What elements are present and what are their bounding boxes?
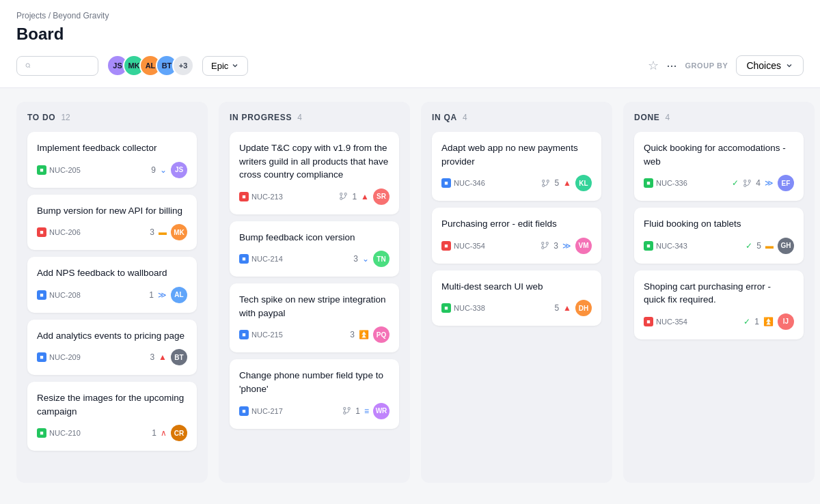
column-title: IN PROGRESS: [230, 113, 292, 122]
meta-count: 5: [554, 178, 559, 188]
card[interactable]: Adapt web app no new payments provider ■…: [432, 132, 601, 201]
check-icon: ✓: [732, 178, 739, 188]
ticket-icon: ■: [239, 406, 249, 416]
card-footer: ■ NUC-213 1 ▲ SR: [239, 188, 390, 205]
page-title: Board: [16, 25, 804, 44]
card-footer: ■ NUC-338 5 ▲ DH: [441, 300, 592, 316]
card-meta: 3 ▲ BT: [150, 349, 187, 365]
star-button[interactable]: ☆: [648, 58, 659, 73]
card-avatar: MK: [171, 224, 187, 240]
card[interactable]: Bump version for new API for billing ■ N…: [27, 195, 197, 251]
svg-point-15: [748, 180, 750, 182]
column-header: IN QA 4: [432, 113, 601, 122]
choices-button[interactable]: Choices: [736, 55, 804, 76]
card-title: Fluid booking on tablets: [644, 217, 794, 231]
card-title: Bump version for new API for billing: [37, 204, 187, 218]
ticket-icon: ■: [37, 428, 46, 438]
ticket-icon: ■: [644, 317, 653, 326]
card-avatar: CR: [171, 425, 187, 441]
card-footer: ■ NUC-206 3 ▬ MK: [37, 224, 187, 240]
card-footer: ■ NUC-354 3 ≫ VM: [441, 238, 592, 254]
svg-point-3: [345, 193, 347, 195]
card[interactable]: Add NPS feedback to wallboard ■ NUC-208 …: [27, 257, 197, 313]
ticket-id: ■ NUC-343: [644, 241, 687, 251]
card-title: Change phone number field type to 'phone…: [239, 369, 390, 395]
header-right: ☆ ··· GROUP BY Choices: [648, 55, 804, 76]
chevron-down-icon: [785, 61, 793, 70]
column-header: TO DO 12: [27, 113, 197, 122]
card[interactable]: Shoping cart purchasing error - quick fi…: [634, 270, 804, 339]
card-footer: ■ NUC-209 3 ▲ BT: [37, 349, 187, 365]
branch-icon: [342, 406, 351, 415]
card[interactable]: Bump feedback icon version ■ NUC-214 3 ⌄…: [230, 221, 399, 277]
check-icon: ✓: [743, 317, 750, 326]
search-input[interactable]: [35, 61, 90, 71]
card-title: Bump feedback icon version: [239, 231, 390, 244]
branch-icon: [541, 241, 549, 250]
svg-point-10: [542, 247, 544, 249]
search-box[interactable]: [16, 56, 98, 76]
card-avatar: TN: [373, 251, 390, 267]
meta-count: 4: [756, 178, 761, 188]
svg-point-6: [348, 408, 350, 410]
card-avatar: EF: [778, 175, 794, 191]
more-button[interactable]: ···: [667, 59, 677, 73]
ticket-id: ■ NUC-209: [37, 352, 81, 362]
card[interactable]: Multi-dest search UI web ■ NUC-338 5 ▲ D…: [432, 270, 601, 326]
svg-point-5: [344, 408, 346, 410]
card-meta: ✓ 4 ≫ EF: [732, 175, 794, 191]
card-avatar: DH: [575, 300, 592, 316]
ticket-id: ■ NUC-206: [37, 227, 81, 237]
column-count: 12: [61, 113, 70, 122]
ticket-id: ■ NUC-208: [37, 290, 81, 300]
epic-label: Epic: [211, 61, 228, 71]
ticket-icon: ■: [37, 227, 46, 237]
card[interactable]: Change phone number field type to 'phone…: [230, 359, 399, 428]
ticket-id: ■ NUC-215: [239, 330, 283, 339]
card-footer: ■ NUC-214 3 ⌄ TN: [239, 251, 390, 267]
branch-icon: [541, 179, 550, 188]
branch-icon: [339, 192, 348, 201]
card[interactable]: Purchasing error - edit fields ■ NUC-354…: [432, 208, 601, 264]
card-title: Add analytics events to pricing page: [37, 329, 187, 343]
ticket-icon: ■: [37, 352, 46, 362]
card[interactable]: Add analytics events to pricing page ■ N…: [27, 320, 197, 376]
card-meta: 3 ≫ VM: [541, 238, 592, 254]
breadcrumb: Projects / Beyond Gravity: [16, 11, 804, 20]
card-title: Implement feedback collector: [37, 141, 187, 155]
column-header: IN PROGRESS 4: [230, 113, 399, 122]
card[interactable]: Tech spike on new stripe integration wit…: [230, 283, 399, 352]
meta-count: 9: [151, 165, 156, 175]
card[interactable]: Fluid booking on tablets ■ NUC-343 ✓ 5 ▬…: [634, 208, 804, 264]
card-avatar: SR: [373, 188, 390, 205]
card-meta: 3 ⏫ PQ: [350, 326, 390, 343]
branch-icon: [743, 179, 752, 188]
group-by-label: GROUP BY: [685, 61, 728, 70]
ticket-id: ■ NUC-217: [239, 406, 283, 416]
card-title: Quick booking for accomodations - web: [644, 141, 794, 168]
epic-filter-button[interactable]: Epic: [202, 56, 248, 76]
card-avatar: VM: [575, 238, 592, 254]
card-footer: ■ NUC-210 1 ∧ CR: [37, 425, 187, 441]
svg-point-2: [340, 193, 342, 195]
column-inprogress: IN PROGRESS 4 Update T&C copy with v1.9 …: [219, 102, 410, 483]
card[interactable]: Update T&C copy with v1.9 from the write…: [230, 132, 399, 214]
chevron-down-icon: [231, 61, 239, 70]
svg-point-9: [547, 180, 549, 182]
ticket-icon: ■: [37, 165, 46, 175]
card-footer: ■ NUC-215 3 ⏫ PQ: [239, 326, 390, 343]
meta-count: 5: [554, 303, 559, 313]
column-count: 4: [463, 113, 467, 122]
meta-count: 3: [554, 241, 558, 251]
ticket-icon: ■: [239, 330, 249, 339]
card-meta: 9 ⌄ JS: [151, 162, 187, 178]
card[interactable]: Resize the images for the upcoming campa…: [27, 382, 197, 451]
card-meta: 5 ▲ KL: [541, 175, 592, 191]
ticket-icon: ■: [441, 241, 451, 251]
ticket-id: ■ NUC-354: [644, 317, 687, 326]
card-title: Multi-dest search UI web: [441, 280, 592, 294]
card[interactable]: Implement feedback collector ■ NUC-205 9…: [27, 132, 197, 188]
card[interactable]: Quick booking for accomodations - web ■ …: [634, 132, 804, 201]
card-meta: 1 ∧ CR: [152, 425, 187, 441]
meta-count: 3: [350, 330, 355, 339]
